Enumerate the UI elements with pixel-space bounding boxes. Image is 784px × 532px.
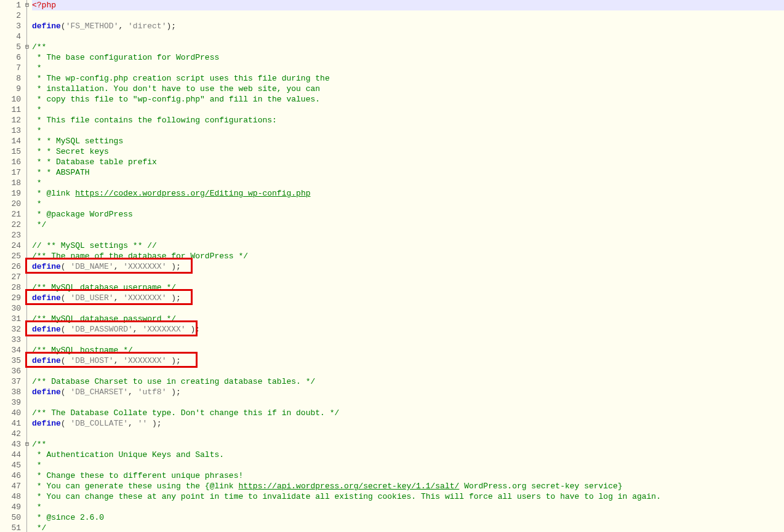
code-line: <?php <box>32 0 784 10</box>
code-line: * Authentication Unique Keys and Salts. <box>32 450 784 460</box>
fold-toggle-icon[interactable]: ⊟ <box>24 42 30 52</box>
code-line: define( 'DB_NAME', 'XXXXXXX' ); <box>32 261 784 272</box>
line-number: 21 <box>5 209 21 220</box>
line-number: 37 <box>5 376 21 387</box>
line-number: 4 <box>5 31 21 42</box>
code-line: * <box>32 125 784 136</box>
code-line: * The base configuration for WordPress <box>32 52 784 63</box>
keyword-define: define <box>32 293 61 303</box>
line-number: 38 <box>5 387 21 397</box>
line-number: 27 <box>5 272 21 282</box>
line-number: 23 <box>5 230 21 240</box>
code-line: * <box>32 460 784 470</box>
code-line: * Change these to different unique phras… <box>32 470 784 481</box>
line-number: 12 <box>5 115 21 125</box>
code-line: * * Secret keys <box>32 146 784 157</box>
code-line: */ <box>32 523 784 532</box>
code-line: /** MySQL database username */ <box>32 282 784 293</box>
line-number: 5 <box>5 42 21 52</box>
line-number: 26 <box>5 261 21 272</box>
code-line: * You can generate these using the {@lin… <box>32 481 784 491</box>
php-open-tag: <?php <box>32 1 56 10</box>
line-number: 46 <box>5 470 21 481</box>
line-number: 14 <box>5 136 21 146</box>
code-content[interactable]: <?php define('FS_METHOD', 'direct'); /**… <box>31 0 784 532</box>
line-number: 18 <box>5 178 21 188</box>
line-number: 30 <box>5 303 21 314</box>
line-number: 31 <box>5 314 21 324</box>
code-line: * @since 2.6.0 <box>32 512 784 523</box>
line-number: 47 <box>5 481 21 491</box>
code-line: * copy this file to "wp-config.php" and … <box>32 94 784 105</box>
code-line: * @package WordPress <box>32 209 784 220</box>
code-editor[interactable]: 1234567891011121314151617181920212223242… <box>0 0 784 532</box>
keyword-define: define <box>32 419 61 428</box>
line-number: 28 <box>5 282 21 293</box>
line-number: 36 <box>5 366 21 376</box>
code-line: * * ABSPATH <box>32 167 784 178</box>
code-line: /** <box>32 42 784 52</box>
code-line: * <box>32 63 784 73</box>
fold-toggle-icon[interactable]: ⊟ <box>24 439 30 450</box>
keyword-define: define <box>32 356 61 365</box>
code-line: * * MySQL settings <box>32 136 784 146</box>
code-line: * * Database table prefix <box>32 157 784 167</box>
code-line <box>32 303 784 314</box>
line-number: 3 <box>5 21 21 31</box>
line-number: 1 <box>5 0 21 10</box>
code-line: define( 'DB_USER', 'XXXXXXX' ); <box>32 293 784 303</box>
line-number: 13 <box>5 125 21 136</box>
code-line <box>32 10 784 21</box>
line-number: 34 <box>5 345 21 355</box>
line-number: 19 <box>5 188 21 199</box>
line-number: 2 <box>5 10 21 21</box>
code-line: define( 'DB_COLLATE', '' ); <box>32 418 784 429</box>
fold-toggle-icon[interactable]: ⊟ <box>24 0 30 10</box>
line-number: 29 <box>5 293 21 303</box>
line-number: 48 <box>5 491 21 502</box>
code-line <box>32 31 784 42</box>
code-line: * <box>32 105 784 115</box>
line-number: 49 <box>5 502 21 512</box>
code-line <box>32 397 784 408</box>
code-line: /** MySQL hostname */ <box>32 345 784 355</box>
line-number: 11 <box>5 105 21 115</box>
line-number: 42 <box>5 429 21 439</box>
keyword-define: define <box>32 325 61 334</box>
code-line: define( 'DB_HOST', 'XXXXXXX' ); <box>32 355 784 366</box>
code-line: * This file contains the following confi… <box>32 115 784 125</box>
line-number: 25 <box>5 251 21 261</box>
line-number: 6 <box>5 52 21 63</box>
line-number: 39 <box>5 397 21 408</box>
link-salt[interactable]: https://api.wordpress.org/secret-key/1.1… <box>238 482 459 491</box>
line-number: 8 <box>5 73 21 84</box>
code-line: * <box>32 502 784 512</box>
keyword-define: define <box>32 387 61 397</box>
line-number-gutter: 1234567891011121314151617181920212223242… <box>0 0 25 532</box>
code-line: // ** MySQL settings ** // <box>32 240 784 251</box>
code-line <box>32 366 784 376</box>
line-number: 20 <box>5 199 21 209</box>
code-line: define('FS_METHOD', 'direct'); <box>32 21 784 31</box>
line-number: 45 <box>5 460 21 470</box>
code-line: /** The name of the database for WordPre… <box>32 251 784 261</box>
code-line: /** Database Charset to use in creating … <box>32 376 784 387</box>
code-line: * The wp-config.php creation script uses… <box>32 73 784 84</box>
code-line <box>32 429 784 439</box>
link-codex[interactable]: https://codex.wordpress.org/Editing_wp-c… <box>75 189 310 198</box>
line-number: 35 <box>5 355 21 366</box>
line-number: 40 <box>5 408 21 418</box>
line-number: 33 <box>5 335 21 345</box>
code-line: * You can change these at any point in t… <box>32 491 784 502</box>
line-number: 7 <box>5 63 21 73</box>
keyword-define: define <box>32 262 61 271</box>
code-line: */ <box>32 220 784 230</box>
line-number: 9 <box>5 84 21 94</box>
line-number: 22 <box>5 220 21 230</box>
code-line <box>32 335 784 345</box>
line-number: 51 <box>5 523 21 532</box>
code-line <box>32 272 784 282</box>
line-number: 41 <box>5 418 21 429</box>
code-line: define( 'DB_PASSWORD', 'XXXXXXX' ); <box>32 324 784 335</box>
code-line: /** The Database Collate type. Don't cha… <box>32 408 784 418</box>
